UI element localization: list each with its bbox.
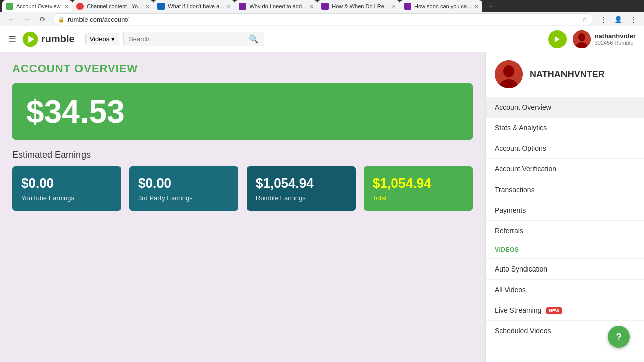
sidebar-item-account-overview[interactable]: Account Overview xyxy=(486,97,644,118)
sidebar-username: NATHANHVNTER xyxy=(530,69,605,80)
sidebar-link-transactions[interactable]: Transactions xyxy=(486,179,644,200)
nav-bar: ← → ⟳ 🔒 rumble.com/account/ ☆ ⋮ 👤 ⋮ xyxy=(0,12,644,26)
rumble-earnings-amount: $1,054.94 xyxy=(256,175,347,191)
tab-favicon-1 xyxy=(6,3,13,10)
sidebar-item-payments[interactable]: Payments xyxy=(486,200,644,221)
settings-icon[interactable]: ⋮ xyxy=(627,13,640,26)
estimated-earnings-title: Estimated Earnings xyxy=(12,150,473,160)
sidebar-videos-section-header: VIDEOS xyxy=(486,241,644,259)
logo-text: rumble xyxy=(41,33,75,45)
tabs-bar: Account Overview ✕ Channel content - Yo.… xyxy=(0,0,644,26)
sidebar-link-auto-syndication[interactable]: Auto Syndication xyxy=(486,259,644,279)
page: ☰ rumble Videos ▾ 🔍 xyxy=(0,26,644,362)
user-name: nathanhvnter xyxy=(595,32,636,40)
tab-close-1[interactable]: ✕ xyxy=(64,4,68,9)
tab-close-5[interactable]: ✕ xyxy=(392,4,396,9)
search-dropdown-label: Videos xyxy=(90,35,110,43)
total-earnings-card: $1,054.94 Total xyxy=(364,166,473,211)
search-dropdown[interactable]: Videos ▾ xyxy=(85,33,120,45)
sidebar-nav: Account Overview Stats & Analytics Accou… xyxy=(486,97,644,341)
back-button[interactable]: ← xyxy=(4,13,17,26)
sidebar-link-referrals[interactable]: Referrals xyxy=(486,221,644,241)
svg-point-4 xyxy=(578,33,585,41)
header-right: nathanhvnter 302456 Rumble xyxy=(548,30,636,48)
address-bar[interactable]: 🔒 rumble.com/account/ ☆ xyxy=(52,13,594,25)
help-button[interactable]: ? xyxy=(608,326,630,348)
sidebar-item-account-verification[interactable]: Account Verification xyxy=(486,159,644,179)
forward-button[interactable]: → xyxy=(20,13,33,26)
profile-icon[interactable]: 👤 xyxy=(612,13,625,26)
content-area: ACCOUNT OVERVIEW $34.53 Estimated Earnin… xyxy=(0,52,485,362)
page-title: ACCOUNT OVERVIEW xyxy=(12,62,473,75)
hamburger-menu[interactable]: ☰ xyxy=(8,34,16,45)
tab-how-when[interactable]: How & When Do I Re... ✕ xyxy=(317,0,400,12)
tab-whydo[interactable]: Why do I need to add... ✕ xyxy=(235,0,317,12)
user-avatar xyxy=(573,30,591,48)
svg-point-7 xyxy=(503,65,514,77)
tabs-container: Account Overview ✕ Channel content - Yo.… xyxy=(0,0,644,12)
tab-how-soon[interactable]: How soon can you ca... ✕ xyxy=(400,0,482,12)
sidebar-item-referrals[interactable]: Referrals xyxy=(486,221,644,241)
sidebar-item-stats-analytics[interactable]: Stats & Analytics xyxy=(486,118,644,138)
tab-whatif[interactable]: What if I don't have a... ✕ xyxy=(153,0,235,12)
third-party-earnings-card: $0.00 3rd Party Earnings xyxy=(129,166,238,211)
tab-channel[interactable]: Channel content - Yo... ✕ xyxy=(72,0,153,12)
sidebar-link-all-videos[interactable]: All Videos xyxy=(486,280,644,300)
user-info[interactable]: nathanhvnter 302456 Rumble xyxy=(573,30,636,48)
total-earnings-label: Total xyxy=(373,194,464,202)
third-party-earnings-label: 3rd Party Earnings xyxy=(138,194,229,202)
sidebar-link-stats-analytics[interactable]: Stats & Analytics xyxy=(486,118,644,138)
youtube-earnings-card: $0.00 YouTube Earnings xyxy=(12,166,121,211)
extensions-icon[interactable]: ⋮ xyxy=(597,13,610,26)
tab-title-2: Channel content - Yo... xyxy=(87,3,142,9)
rumble-play-button[interactable] xyxy=(548,30,567,48)
tab-title-4: Why do I need to add... xyxy=(249,3,306,9)
site-header: ☰ rumble Videos ▾ 🔍 xyxy=(0,26,644,52)
earnings-banner: $34.53 xyxy=(12,83,473,140)
tab-account-overview[interactable]: Account Overview ✕ xyxy=(2,0,72,12)
search-input[interactable] xyxy=(129,35,249,43)
tab-title-1: Account Overview xyxy=(16,3,61,9)
sidebar-link-live-streaming[interactable]: Live Streaming NEW xyxy=(486,300,644,320)
sidebar-link-account-overview[interactable]: Account Overview xyxy=(486,97,644,117)
tab-title-3: What if I don't have a... xyxy=(168,3,224,9)
sidebar-link-account-options[interactable]: Account Options xyxy=(486,138,644,158)
sidebar-item-live-streaming[interactable]: Live Streaming NEW xyxy=(486,300,644,321)
tab-close-3[interactable]: ✕ xyxy=(227,4,231,9)
sidebar-profile: NATHANHVNTER xyxy=(486,52,644,97)
sidebar-link-account-verification[interactable]: Account Verification xyxy=(486,159,644,179)
earnings-cards: $0.00 YouTube Earnings $0.00 3rd Party E… xyxy=(12,166,473,211)
sidebar-item-auto-syndication[interactable]: Auto Syndication xyxy=(486,259,644,280)
star-icon[interactable]: ☆ xyxy=(582,15,588,23)
tab-favicon-5 xyxy=(321,3,329,10)
sidebar-item-account-options[interactable]: Account Options xyxy=(486,138,644,159)
total-earnings-amount: $1,054.94 xyxy=(373,175,464,191)
rumble-earnings-label: Rumble Earnings xyxy=(256,194,347,202)
sidebar-item-transactions[interactable]: Transactions xyxy=(486,179,644,200)
tab-close-6[interactable]: ✕ xyxy=(474,4,478,9)
new-tab-button[interactable]: + xyxy=(485,0,497,12)
youtube-earnings-label: YouTube Earnings xyxy=(21,194,112,202)
sidebar-avatar-image xyxy=(495,60,523,88)
lock-icon: 🔒 xyxy=(58,16,65,23)
rumble-logo-icon xyxy=(22,31,38,47)
help-icon: ? xyxy=(616,331,622,343)
chevron-down-icon: ▾ xyxy=(111,35,115,43)
rumble-earnings-card: $1,054.94 Rumble Earnings xyxy=(247,166,356,211)
browser-action-icons: ⋮ 👤 ⋮ xyxy=(597,13,640,26)
tab-favicon-4 xyxy=(239,3,246,10)
search-icon[interactable]: 🔍 xyxy=(249,34,259,44)
sidebar-videos-label: VIDEOS xyxy=(486,241,644,258)
tab-favicon-3 xyxy=(157,3,165,10)
reload-button[interactable]: ⟳ xyxy=(36,13,49,26)
tab-close-4[interactable]: ✕ xyxy=(309,4,313,9)
tab-title-5: How & When Do I Re... xyxy=(332,3,389,9)
user-sub: 302456 Rumble xyxy=(595,40,636,46)
live-streaming-badge: NEW xyxy=(546,307,562,314)
search-box: 🔍 xyxy=(123,32,264,46)
logo-link[interactable]: rumble xyxy=(22,31,75,47)
sidebar-link-payments[interactable]: Payments xyxy=(486,200,644,220)
sidebar: NATHANHVNTER Account Overview Stats & An… xyxy=(485,52,644,362)
sidebar-item-all-videos[interactable]: All Videos xyxy=(486,280,644,300)
tab-close-2[interactable]: ✕ xyxy=(145,4,149,9)
